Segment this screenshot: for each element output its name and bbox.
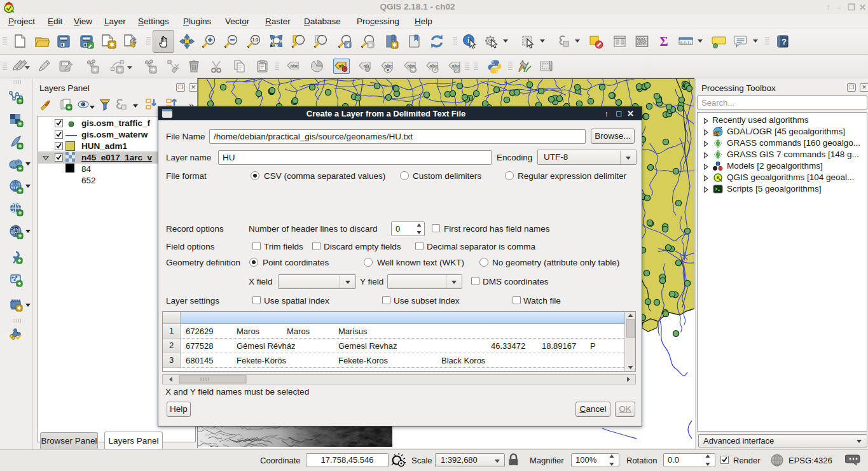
- svg-text:Σ: Σ: [659, 34, 668, 48]
- svg-text:GDAL: GDAL: [713, 132, 720, 136]
- svg-text:abc: abc: [291, 63, 299, 69]
- svg-text:?: ?: [782, 37, 787, 46]
- svg-text:1:1: 1:1: [252, 38, 259, 42]
